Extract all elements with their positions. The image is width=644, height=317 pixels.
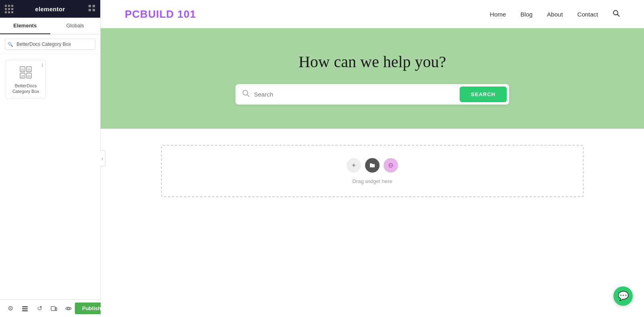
layout-button[interactable] [384,158,398,173]
hero-section: How can we help you? SEARCH [101,28,644,129]
grid-icon[interactable] [88,4,95,13]
svg-rect-20 [56,308,57,311]
widget-search-box [0,35,100,54]
svg-rect-18 [22,310,28,311]
svg-point-21 [68,307,70,309]
tab-elements[interactable]: Elements [0,18,50,34]
svg-rect-0 [89,5,91,7]
hero-search-button[interactable]: SEARCH [460,86,507,102]
hero-title: How can we help you? [299,52,446,71]
chat-button[interactable]: 💬 [613,286,633,306]
bottom-tools: ⚙ ↺ [4,302,75,315]
nav-blog[interactable]: Blog [520,11,533,18]
site-nav: PCBUILD 101 Home Blog About Contact [101,0,644,28]
bottom-toolbar: ⚙ ↺ P [0,299,100,317]
responsive-button[interactable] [47,302,60,315]
add-widget-button[interactable]: + [347,158,361,173]
chat-icon: 💬 [618,291,629,301]
widget-betterdocs-category-box[interactable]: BetterDocs Category Box ℹ [6,60,46,99]
elementor-header: elementor [0,0,100,18]
site-logo: PCBUILD 101 [125,8,196,21]
widget-info-icon: ℹ [41,63,43,68]
website-preview: PCBUILD 101 Home Blog About Contact How … [101,0,644,317]
svg-rect-16 [22,306,28,307]
widget-action-buttons: + [347,158,398,173]
settings-button[interactable]: ⚙ [4,302,17,315]
tab-globals[interactable]: Globals [50,18,101,34]
search-bar-icon [242,89,250,99]
empty-drop-section: + Drag widge [161,145,584,197]
preview-button[interactable] [62,302,75,315]
left-panel: elementor Elements Globals [0,0,101,317]
drag-hint: Drag widget here [353,178,392,184]
panel-collapse-handle[interactable] [100,150,105,167]
svg-line-25 [247,95,249,97]
svg-rect-17 [22,308,28,309]
hero-search-input[interactable] [254,91,460,98]
widget-category-box-label: BetterDocs Category Box [9,83,42,95]
panel-tabs: Elements Globals [0,18,100,35]
nav-search-icon[interactable] [613,10,620,19]
svg-rect-1 [93,5,95,7]
elementor-logo: elementor [35,6,65,12]
template-button[interactable] [365,158,380,173]
history-button[interactable]: ↺ [33,302,46,315]
hamburger-icon[interactable] [5,5,12,13]
svg-rect-2 [89,9,91,11]
nav-home[interactable]: Home [490,11,506,18]
svg-rect-3 [93,9,95,11]
hero-search-bar: SEARCH [235,84,509,105]
empty-section-inner: + Drag widge [347,158,398,184]
widget-category-box-icon [18,64,34,80]
svg-rect-19 [51,307,55,311]
widget-grid: BetterDocs Category Box ℹ [0,54,100,299]
nav-about[interactable]: About [547,11,563,18]
layers-button[interactable] [19,302,31,315]
widget-search-input[interactable] [5,39,95,50]
main-content: PCBUILD 101 Home Blog About Contact How … [101,0,644,317]
nav-links: Home Blog About Contact [490,10,620,19]
nav-contact[interactable]: Contact [577,11,598,18]
svg-line-23 [617,14,619,16]
